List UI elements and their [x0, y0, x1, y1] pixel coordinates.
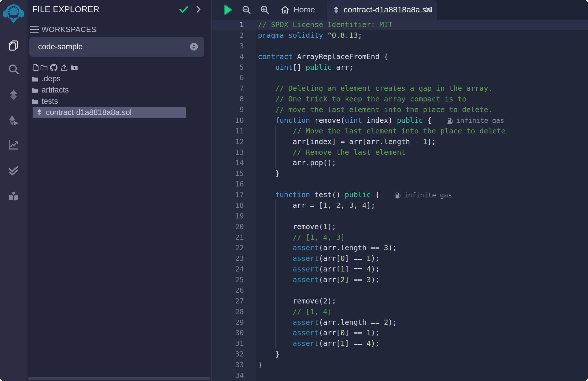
code-line[interactable]: 31 assert(arr[1] == 4); — [211, 338, 588, 349]
code-editor[interactable]: 1// SPDX-License-Identifier: MIT2pragma … — [211, 20, 588, 381]
code-token: 4 — [362, 201, 366, 210]
code-token: // [1, 4] — [293, 308, 332, 316]
line-number: 17 — [211, 190, 256, 200]
code-line[interactable]: 5 uint[] public arr; — [211, 62, 588, 73]
zoom-in-button[interactable] — [260, 5, 269, 15]
indent-guide — [258, 232, 258, 243]
upload-folder-button[interactable] — [70, 64, 78, 71]
code-line[interactable]: 29 assert(arr.length == 2); — [211, 317, 588, 328]
code-line[interactable]: 9 // move the last element into the plac… — [211, 105, 588, 115]
code-line[interactable]: 30 assert(arr[0] == 1); — [211, 328, 588, 338]
code-line[interactable]: 27 remove(2); — [211, 296, 588, 307]
code-line[interactable]: 1// SPDX-License-Identifier: MIT — [211, 20, 588, 30]
sidebar-item-statistics[interactable] — [8, 139, 19, 150]
new-folder-icon — [40, 64, 48, 71]
folder-item[interactable]: artifacts — [27, 84, 211, 96]
new-file-button[interactable] — [32, 64, 40, 71]
code-line[interactable]: 10 function remove(uint index) public {i… — [211, 115, 588, 126]
code-line[interactable]: 4contract ArrayReplaceFromEnd { — [211, 52, 588, 62]
folder-item[interactable]: tests — [27, 96, 211, 107]
code-line[interactable]: 7 // Deleting an element creates a gap i… — [211, 83, 588, 94]
code-line[interactable]: 17 function test() public {infinite gas — [211, 190, 588, 200]
code-token: == — [366, 318, 384, 327]
sidebar-item-solidity-compiler[interactable] — [8, 89, 19, 101]
indent-guide — [275, 296, 276, 307]
code-token: ); — [327, 222, 336, 231]
code-line[interactable]: 22 assert(arr.length == 3); — [211, 243, 588, 253]
indent-guide — [258, 179, 258, 190]
close-icon[interactable] — [425, 6, 432, 13]
workspace-select-toggle-icon[interactable] — [190, 43, 198, 51]
line-number: 23 — [211, 253, 256, 264]
code-line[interactable]: 21 // [1, 4, 3] — [211, 232, 588, 243]
file-item-selected[interactable]: contract-d1a8818a8a.sol — [33, 107, 186, 118]
code-token: 1 — [340, 339, 345, 348]
gas-pump-icon — [447, 117, 453, 124]
code-line-content: // One trick to keep the array compact i… — [256, 94, 588, 105]
code-token: uint — [275, 63, 293, 71]
code-line-content: assert(arr[0] == 1); — [256, 328, 588, 338]
code-line[interactable]: 32 } — [211, 349, 588, 360]
line-number: 29 — [211, 317, 256, 328]
chevron-right-icon[interactable] — [194, 5, 203, 14]
code-line[interactable]: 25 assert(arr[2] == 3); — [211, 275, 588, 285]
code-line-content: // Move the last element into the place … — [256, 126, 588, 137]
panel-scrollbar[interactable] — [28, 377, 210, 380]
code-line[interactable]: 15 } — [211, 168, 588, 179]
tab-home[interactable]: Home — [278, 0, 324, 20]
code-token — [258, 63, 275, 71]
upload-file-button[interactable] — [60, 64, 68, 71]
code-line[interactable]: 6 — [211, 73, 588, 83]
code-line[interactable]: 14 arr.pop(); — [211, 158, 588, 168]
remix-logo-icon[interactable] — [3, 2, 24, 27]
code-token: (arr[ — [319, 276, 340, 284]
code-line[interactable]: 11 // Move the last element into the pla… — [211, 126, 588, 137]
line-number: 28 — [211, 307, 256, 317]
code-line[interactable]: 34 — [211, 370, 588, 381]
workspace-select[interactable]: code-sample — [29, 37, 204, 57]
indent-guide — [258, 285, 258, 296]
code-line[interactable]: 24 assert(arr[1] == 4); — [211, 264, 588, 275]
code-line[interactable]: 3 — [211, 41, 588, 52]
sidebar-item-solidity-unit-testing[interactable] — [8, 165, 19, 176]
code-line[interactable]: 20 remove(1); — [211, 222, 588, 232]
code-line[interactable]: 33} — [211, 360, 588, 370]
line-number: 26 — [211, 285, 256, 296]
tab-active[interactable]: contract-d1a8818a8a.sol — [327, 0, 437, 20]
code-line[interactable]: 26 — [211, 285, 588, 296]
code-line-content — [256, 73, 588, 83]
zoom-out-button[interactable] — [241, 5, 251, 15]
indent-guide — [275, 285, 276, 296]
line-number: 24 — [211, 264, 256, 275]
indent-guide — [258, 253, 258, 264]
sidebar-item-deploy-run[interactable] — [8, 115, 19, 126]
code-line[interactable]: 2pragma solidity ^0.8.13; — [211, 30, 588, 41]
new-folder-button[interactable] — [40, 64, 48, 71]
check-icon[interactable] — [179, 4, 189, 14]
line-number: 15 — [211, 168, 256, 179]
line-number: 33 — [211, 360, 256, 370]
sidebar-item-search[interactable] — [8, 63, 19, 75]
sidebar-item-file-explorer[interactable] — [8, 40, 19, 51]
code-line[interactable]: 16 — [211, 179, 588, 190]
folder-item[interactable]: .deps — [27, 73, 211, 84]
code-line-content: assert(arr[1] == 4); — [256, 338, 588, 349]
clone-github-button[interactable] — [50, 64, 58, 71]
code-line[interactable]: 8 // One trick to keep the array compact… — [211, 94, 588, 105]
code-token: arr. — [258, 159, 310, 167]
code-token: , — [340, 201, 349, 210]
solidity-tab-icon — [332, 6, 340, 14]
code-token: 1 — [323, 222, 327, 231]
indent-guide — [275, 232, 276, 243]
code-line[interactable]: 13 // Remove the last element — [211, 147, 588, 158]
gas-badge: infinite gas — [447, 115, 504, 126]
code-line[interactable]: 18 arr = [1, 2, 3, 4]; — [211, 200, 588, 211]
line-number: 27 — [211, 296, 256, 307]
code-line[interactable]: 19 — [211, 211, 588, 222]
code-line[interactable]: 23 assert(arr[0] == 1); — [211, 253, 588, 264]
play-button[interactable] — [221, 4, 233, 16]
sidebar-item-learneth[interactable] — [8, 191, 19, 203]
workspaces-menu-icon[interactable] — [30, 26, 39, 33]
code-line[interactable]: 12 arr[index] = arr[arr.length - 1]; — [211, 137, 588, 147]
code-line[interactable]: 28 // [1, 4] — [211, 307, 588, 317]
